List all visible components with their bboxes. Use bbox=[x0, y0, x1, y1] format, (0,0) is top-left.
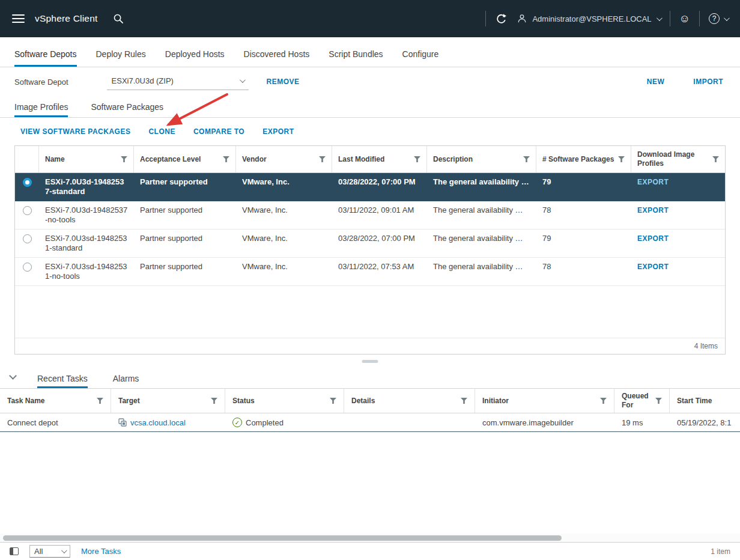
remove-button[interactable]: REMOVE bbox=[267, 78, 300, 86]
tab-recent-tasks[interactable]: Recent Tasks bbox=[37, 374, 88, 388]
cell-last-modified: 03/11/2022, 07:53 AM bbox=[332, 258, 427, 285]
col-queued-for: Queued For bbox=[614, 389, 670, 413]
cell-last-modified: 03/28/2022, 07:00 PM bbox=[332, 230, 427, 257]
tab-deploy-rules[interactable]: Deploy Rules bbox=[96, 49, 146, 67]
cell-status: ✓ Completed bbox=[225, 413, 344, 431]
search-icon[interactable] bbox=[113, 13, 124, 25]
table-header: Name Acceptance Level Vendor Last Modifi… bbox=[15, 146, 725, 173]
collapse-panel-icon[interactable] bbox=[9, 372, 17, 380]
user-name: Administrator@VSPHERE.LOCAL bbox=[532, 14, 651, 23]
cell-acceptance: Partner supported bbox=[134, 230, 236, 257]
new-button[interactable]: NEW bbox=[647, 78, 665, 86]
tab-alarms[interactable]: Alarms bbox=[113, 374, 139, 388]
col-vendor: Vendor bbox=[236, 146, 332, 172]
row-radio[interactable] bbox=[23, 234, 32, 243]
image-profiles-table: Name Acceptance Level Vendor Last Modifi… bbox=[14, 145, 726, 355]
panel-splitter bbox=[0, 355, 740, 367]
cell-last-modified: 03/28/2022, 07:00 PM bbox=[332, 173, 427, 201]
import-button[interactable]: IMPORT bbox=[693, 78, 723, 86]
filter-icon[interactable] bbox=[712, 156, 719, 162]
filter-icon[interactable] bbox=[618, 156, 625, 162]
depot-row: Software Depot ESXi7.0U3d (ZIP) REMOVE N… bbox=[0, 67, 740, 96]
table-row[interactable]: ESXi-7.0U3d-19482537-standard Partner su… bbox=[15, 173, 725, 201]
cell-description: The general availability … bbox=[427, 258, 536, 285]
drag-handle[interactable] bbox=[362, 360, 378, 363]
chevron-down-icon bbox=[724, 15, 730, 21]
tab-configure[interactable]: Configure bbox=[402, 49, 439, 67]
col-details: Details bbox=[344, 389, 475, 413]
export-link[interactable]: EXPORT bbox=[637, 234, 669, 243]
table-row[interactable]: ESXi-7.0U3sd-19482531-standard Partner s… bbox=[15, 230, 725, 258]
divider bbox=[670, 11, 670, 26]
profile-actions: VIEW SOFTWARE PACKAGES CLONE COMPARE TO … bbox=[0, 118, 740, 145]
export-link[interactable]: EXPORT bbox=[637, 263, 669, 271]
export-link[interactable]: EXPORT bbox=[637, 206, 669, 215]
tab-software-depots[interactable]: Software Depots bbox=[14, 49, 77, 67]
tab-script-bundles[interactable]: Script Bundles bbox=[329, 49, 383, 67]
filter-icon[interactable] bbox=[330, 398, 336, 404]
depot-select-value: ESXi7.0U3d (ZIP) bbox=[112, 76, 174, 85]
items-count: 4 Items bbox=[694, 342, 718, 350]
cell-name: ESXi-7.0U3sd-19482531-standard bbox=[39, 230, 134, 257]
tab-image-profiles[interactable]: Image Profiles bbox=[14, 102, 68, 117]
col-software-packages: # Software Packages bbox=[536, 146, 631, 172]
cell-vendor: VMware, Inc. bbox=[236, 230, 332, 257]
col-last-modified: Last Modified bbox=[332, 146, 427, 172]
tasks-filter-select[interactable]: All bbox=[29, 545, 70, 558]
filter-icon[interactable] bbox=[600, 398, 607, 404]
cell-initiator: com.vmware.imagebuilder bbox=[475, 413, 614, 431]
table-row[interactable]: ESXi-7.0U3d-19482537-no-tools Partner su… bbox=[15, 201, 725, 230]
tasks-item-count: 1 item bbox=[711, 547, 730, 556]
more-tasks-link[interactable]: More Tasks bbox=[81, 547, 121, 556]
tab-discovered-hosts[interactable]: Discovered Hosts bbox=[244, 49, 310, 67]
user-menu[interactable]: Administrator@VSPHERE.LOCAL bbox=[517, 13, 660, 24]
pane-toggle-icon[interactable] bbox=[10, 547, 19, 555]
help-menu[interactable]: ? bbox=[709, 13, 728, 24]
filter-icon[interactable] bbox=[97, 398, 103, 404]
refresh-icon[interactable] bbox=[495, 13, 508, 25]
row-radio[interactable] bbox=[23, 206, 32, 215]
filter-icon[interactable] bbox=[211, 398, 217, 404]
col-download-image-profiles: Download Image Profiles bbox=[631, 146, 725, 172]
scrollbar-thumb[interactable] bbox=[3, 535, 562, 541]
tab-deployed-hosts[interactable]: Deployed Hosts bbox=[165, 49, 225, 67]
tab-software-packages[interactable]: Software Packages bbox=[91, 102, 163, 117]
col-target: Target bbox=[111, 389, 225, 413]
filter-icon[interactable] bbox=[223, 156, 229, 162]
clone-button[interactable]: CLONE bbox=[148, 127, 175, 136]
app-title: vSphere Client bbox=[35, 13, 97, 24]
tasks-panel: Recent Tasks Alarms Task Name Target Sta… bbox=[0, 367, 740, 560]
filter-icon[interactable] bbox=[655, 398, 662, 404]
export-button[interactable]: EXPORT bbox=[262, 127, 294, 136]
target-link[interactable]: vcsa.cloud.local bbox=[130, 418, 186, 427]
col-start-time: Start Time bbox=[670, 389, 740, 413]
tasks-empty-area bbox=[0, 432, 740, 534]
cell-name: ESXi-7.0U3sd-19482531-no-tools bbox=[39, 258, 134, 285]
cell-acceptance: Partner supported bbox=[134, 173, 236, 201]
view-software-packages-button[interactable]: VIEW SOFTWARE PACKAGES bbox=[20, 127, 130, 136]
export-link[interactable]: EXPORT bbox=[637, 178, 669, 186]
tasks-table-header: Task Name Target Status Details Initiato… bbox=[0, 388, 740, 413]
user-icon bbox=[517, 13, 527, 24]
cell-description: The general availability … bbox=[427, 230, 536, 257]
vsphere-client-window: vSphere Client Administrator@VSPHERE.LOC… bbox=[0, 0, 740, 560]
filter-icon[interactable] bbox=[319, 156, 326, 162]
filter-icon[interactable] bbox=[523, 156, 530, 162]
menu-icon[interactable] bbox=[12, 14, 25, 23]
row-radio[interactable] bbox=[23, 178, 32, 187]
tasks-tabs: Recent Tasks Alarms bbox=[0, 367, 740, 388]
main-tabs: Software Depots Deploy Rules Deployed Ho… bbox=[0, 37, 740, 67]
chevron-down-icon bbox=[61, 547, 67, 553]
filter-icon[interactable] bbox=[461, 398, 467, 404]
cell-name: ESXi-7.0U3d-19482537-standard bbox=[39, 173, 134, 201]
depot-select[interactable]: ESXi7.0U3d (ZIP) bbox=[107, 74, 249, 90]
task-row[interactable]: Connect depot vcsa.cloud.local ✓ Complet… bbox=[0, 413, 740, 432]
compare-to-button[interactable]: COMPARE TO bbox=[193, 127, 244, 136]
col-name: Name bbox=[39, 146, 134, 172]
filter-icon[interactable] bbox=[414, 156, 420, 162]
table-row[interactable]: ESXi-7.0U3sd-19482531-no-tools Partner s… bbox=[15, 258, 725, 286]
row-radio[interactable] bbox=[23, 263, 32, 272]
feedback-icon[interactable]: ☺ bbox=[679, 13, 690, 24]
filter-icon[interactable] bbox=[121, 156, 127, 162]
sub-tabs: Image Profiles Software Packages bbox=[0, 96, 740, 118]
